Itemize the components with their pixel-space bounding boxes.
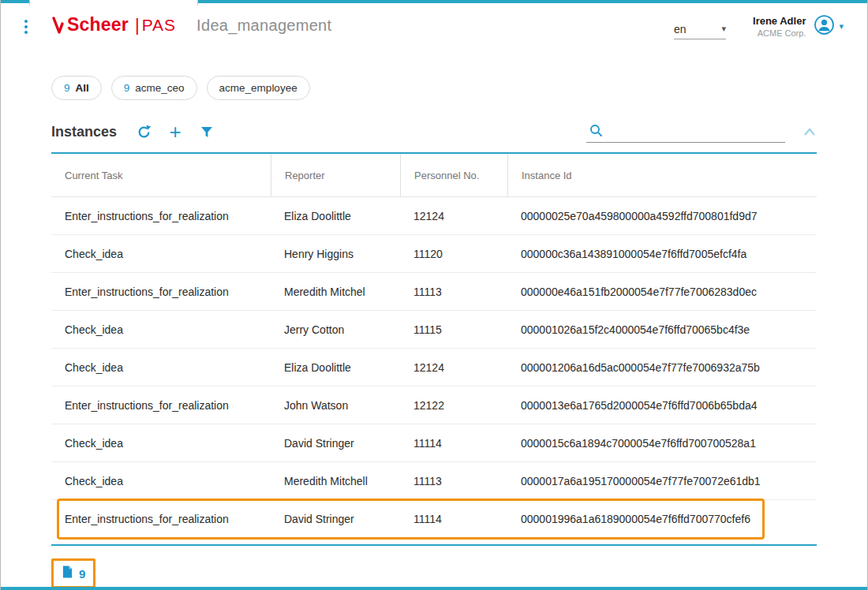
chevron-down-icon: ▾ <box>722 24 727 34</box>
cell-personnel-no: 11113 <box>400 286 507 298</box>
brand-scheer: Scheer <box>67 14 129 35</box>
app-window: Scheer | PAS Idea_management en ▾ Irene … <box>0 0 868 590</box>
language-select[interactable]: en ▾ <box>674 19 726 39</box>
cell-personnel-no: 12122 <box>400 399 507 412</box>
cell-personnel-no: 12124 <box>400 361 507 374</box>
column-header-instance-id: Instance Id <box>507 154 817 196</box>
table-row[interactable]: Check_idea Henry Higgins 11120 000000c36… <box>51 235 817 273</box>
search-box <box>586 121 785 143</box>
cell-instance-id: 000000c36a143891000054e7f6ffd7005efcf4fa <box>507 248 817 260</box>
cell-current-task: Enter_instructions_for_realization <box>51 399 271 412</box>
top-tab <box>29 0 198 6</box>
cell-current-task: Check_idea <box>51 361 271 374</box>
avatar-icon <box>814 14 835 39</box>
chip-count: 9 <box>64 82 70 94</box>
cell-personnel-no: 12124 <box>400 210 507 222</box>
filter-chip-acme-employee[interactable]: acme_employee <box>207 76 310 100</box>
cell-instance-id: 000001206a16d5ac000054e7f77fe7006932a75b <box>507 361 817 374</box>
user-name: Irene Adler <box>753 15 806 27</box>
chevron-up-icon[interactable] <box>803 126 817 137</box>
table-row[interactable]: Enter_instructions_for_realization John … <box>51 386 817 424</box>
header: Scheer | PAS Idea_management en ▾ Irene … <box>1 0 867 55</box>
cell-instance-id: 000000e46a151fb2000054e7f77fe7006283d0ec <box>507 286 817 298</box>
cell-reporter: Eliza Doolittle <box>271 210 400 222</box>
cell-reporter: Jerry Cotton <box>271 323 400 336</box>
filter-chip-acme-ceo[interactable]: 9 acme_ceo <box>111 76 197 100</box>
brand-pipe: | <box>135 15 140 35</box>
table-row[interactable]: Enter_instructions_for_realization Mered… <box>51 273 817 311</box>
cell-personnel-no: 11113 <box>400 475 507 487</box>
cell-current-task: Check_idea <box>51 475 271 487</box>
filter-chip-all[interactable]: 9 All <box>51 76 102 100</box>
document-icon <box>62 565 73 582</box>
refresh-icon[interactable] <box>134 122 153 141</box>
chip-count: 9 <box>124 82 130 94</box>
cell-current-task: Check_idea <box>51 248 271 260</box>
table-row[interactable]: Check_idea David Stringer 11114 0000015c… <box>51 424 817 462</box>
menu-kebab-icon[interactable] <box>17 17 36 37</box>
user-org: ACME Corp. <box>753 28 806 38</box>
cell-reporter: Henry Higgins <box>271 248 400 260</box>
brand-logo: Scheer | PAS <box>51 14 176 35</box>
brand-pas: PAS <box>142 16 176 35</box>
table-body: Enter_instructions_for_realization Eliza… <box>51 197 817 538</box>
filter-icon[interactable] <box>197 122 216 141</box>
page-title: Idea_management <box>196 17 331 35</box>
chip-label: All <box>76 82 89 94</box>
cell-current-task: Check_idea <box>51 323 271 336</box>
search-input[interactable] <box>610 124 785 140</box>
add-instance-icon[interactable]: + <box>166 122 185 141</box>
cell-personnel-no: 11114 <box>400 513 507 525</box>
table-row[interactable]: Enter_instructions_for_realization David… <box>51 500 817 538</box>
cell-instance-id: 0000017a6a195170000054e7f77fe70072e61db1 <box>507 475 817 487</box>
column-header-current-task: Current Task <box>51 154 271 196</box>
cell-reporter: David Stringer <box>271 437 400 450</box>
chip-label: acme_ceo <box>135 82 184 94</box>
cell-instance-id: 0000015c6a1894c7000054e7f6ffd700700528a1 <box>507 437 817 450</box>
filter-chip-bar: 9 All 9 acme_ceo acme_employee <box>1 55 867 100</box>
cell-reporter: Eliza Doolittle <box>271 361 400 374</box>
user-menu[interactable]: Irene Adler ACME Corp. ▾ <box>753 14 844 39</box>
table-row[interactable]: Enter_instructions_for_realization Eliza… <box>51 197 817 235</box>
chevron-down-icon: ▾ <box>839 21 844 32</box>
instances-table: Current Task Reporter Personnel No. Inst… <box>51 152 817 546</box>
user-info: Irene Adler ACME Corp. <box>753 15 806 38</box>
instances-title: Instances <box>51 124 117 140</box>
cell-instance-id: 000001026a15f2c4000054e7f6ffd70065bc4f3e <box>507 323 817 336</box>
scheer-mark-icon <box>51 15 65 35</box>
cell-personnel-no: 11115 <box>400 323 507 336</box>
cell-personnel-no: 11114 <box>400 437 507 450</box>
chip-label: acme_employee <box>219 82 297 94</box>
cell-reporter: John Watson <box>271 399 400 412</box>
table-row[interactable]: Check_idea Jerry Cotton 11115 000001026a… <box>51 311 817 349</box>
cell-current-task: Enter_instructions_for_realization <box>51 513 271 525</box>
language-value: en <box>674 23 687 35</box>
instances-toolbar: Instances + <box>1 100 867 144</box>
cell-instance-id: 00000025e70a459800000a4592ffd700801fd9d7 <box>507 210 817 222</box>
table-row[interactable]: Check_idea Eliza Doolittle 12124 0000012… <box>51 349 817 386</box>
cell-current-task: Check_idea <box>51 437 271 450</box>
table-header: Current Task Reporter Personnel No. Inst… <box>51 154 817 197</box>
bottom-border-line <box>1 587 867 590</box>
cell-current-task: Enter_instructions_for_realization <box>51 210 271 222</box>
column-header-personnel-no: Personnel No. <box>400 154 507 196</box>
cell-personnel-no: 11120 <box>400 248 507 260</box>
cell-reporter: David Stringer <box>271 513 400 525</box>
cell-reporter: Meredith Mitchel <box>271 286 400 298</box>
cell-instance-id: 000001996a1a6189000054e7f6ffd700770cfef6 <box>507 513 817 525</box>
cell-current-task: Enter_instructions_for_realization <box>51 286 271 298</box>
column-header-reporter: Reporter <box>271 154 400 196</box>
cell-reporter: Meredith Mitchell <box>271 475 400 487</box>
table-row[interactable]: Check_idea Meredith Mitchell 11113 00000… <box>51 462 817 500</box>
instance-count: 9 <box>79 567 85 581</box>
search-icon <box>586 121 605 140</box>
instance-count-indicator[interactable]: 9 <box>51 558 95 588</box>
cell-instance-id: 0000013e6a1765d2000054e7f6ffd7006b65bda4 <box>507 399 817 412</box>
